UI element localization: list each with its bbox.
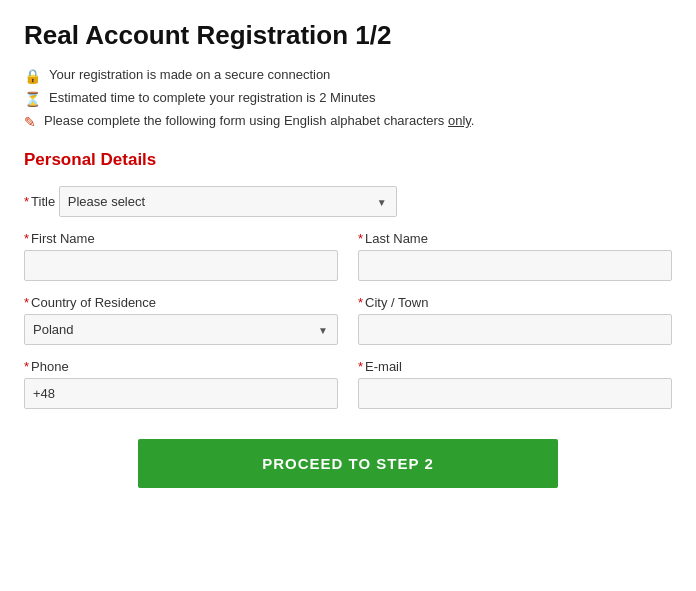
title-label: *Title: [24, 194, 59, 209]
title-select[interactable]: Please select Mr Mrs Ms Dr: [59, 186, 397, 217]
country-select-wrapper: Poland United Kingdom Germany France Spa…: [24, 314, 338, 345]
pencil-icon: ✎: [24, 114, 36, 130]
email-input[interactable]: [358, 378, 672, 409]
title-select-wrapper: Please select Mr Mrs Ms Dr: [59, 186, 397, 217]
lock-icon: 🔒: [24, 68, 41, 84]
city-label: *City / Town: [358, 295, 672, 310]
proceed-button[interactable]: PROCEED TO STEP 2: [138, 439, 558, 488]
phone-input[interactable]: [24, 378, 338, 409]
first-name-label: *First Name: [24, 231, 338, 246]
last-name-input[interactable]: [358, 250, 672, 281]
info-item-secure: 🔒 Your registration is made on a secure …: [24, 67, 672, 84]
info-item-time: ⏳ Estimated time to complete your regist…: [24, 90, 672, 107]
country-city-row: *Country of Residence Poland United King…: [24, 295, 672, 345]
email-label: *E-mail: [358, 359, 672, 374]
last-name-label: *Last Name: [358, 231, 672, 246]
country-group: *Country of Residence Poland United King…: [24, 295, 338, 345]
phone-label: *Phone: [24, 359, 338, 374]
section-personal-details: Personal Details: [24, 150, 672, 170]
first-name-group: *First Name: [24, 231, 338, 281]
email-group: *E-mail: [358, 359, 672, 409]
name-row: *First Name *Last Name: [24, 231, 672, 281]
country-select[interactable]: Poland United Kingdom Germany France Spa…: [24, 314, 338, 345]
city-group: *City / Town: [358, 295, 672, 345]
last-name-group: *Last Name: [358, 231, 672, 281]
country-label: *Country of Residence: [24, 295, 338, 310]
info-item-english: ✎ Please complete the following form usi…: [24, 113, 672, 130]
info-list: 🔒 Your registration is made on a secure …: [24, 67, 672, 130]
first-name-input[interactable]: [24, 250, 338, 281]
title-field-group: *Title Please select Mr Mrs Ms Dr: [24, 186, 672, 217]
phone-email-row: *Phone *E-mail: [24, 359, 672, 409]
phone-group: *Phone: [24, 359, 338, 409]
city-input[interactable]: [358, 314, 672, 345]
page-title: Real Account Registration 1/2: [24, 20, 672, 51]
proceed-button-wrapper: PROCEED TO STEP 2: [24, 439, 672, 508]
clock-icon: ⏳: [24, 91, 41, 107]
